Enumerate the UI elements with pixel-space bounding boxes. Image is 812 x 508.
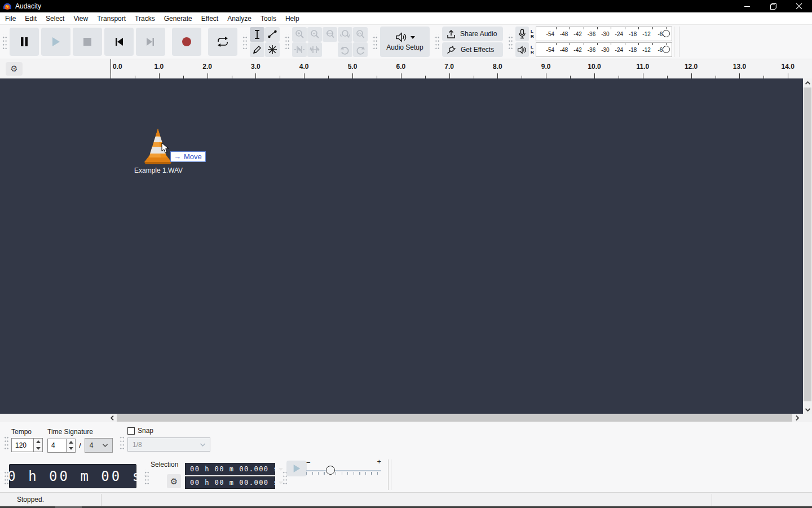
- meter-tick: [638, 27, 639, 29]
- tempo-spinner[interactable]: [34, 438, 43, 452]
- audio-setup-toolbar-grip[interactable]: [372, 34, 377, 49]
- close-button[interactable]: [786, 0, 812, 12]
- share-audio-button[interactable]: Share Audio: [442, 27, 503, 41]
- selection-options-button[interactable]: ⚙: [167, 474, 181, 488]
- meter-scale-label: -24: [615, 47, 623, 53]
- menu-item-generate[interactable]: Generate: [160, 12, 197, 25]
- vertical-scroll-thumb[interactable]: [804, 87, 811, 401]
- silence-audio-button[interactable]: [307, 42, 322, 57]
- meter-tick: [584, 27, 584, 29]
- stop-icon: [82, 37, 92, 47]
- share-toolbar-grip[interactable]: [434, 34, 439, 49]
- menu-item-analyze[interactable]: Analyze: [223, 12, 256, 25]
- time-signature-spinner[interactable]: [67, 439, 76, 453]
- slider-track: [306, 470, 381, 471]
- meter-toolbar-grip[interactable]: [508, 34, 513, 49]
- redo-button[interactable]: [353, 42, 368, 57]
- vertical-scrollbar[interactable]: [803, 78, 812, 414]
- draw-tool-button[interactable]: [250, 42, 264, 57]
- skip-to-end-button[interactable]: [136, 28, 165, 56]
- timeline-options-button[interactable]: ⚙: [6, 62, 23, 76]
- tools-toolbar-grip[interactable]: [242, 34, 247, 49]
- stop-button[interactable]: [73, 28, 102, 56]
- minimize-button[interactable]: [734, 0, 760, 12]
- menu-item-transport[interactable]: Transport: [92, 12, 130, 25]
- time-signature-upper-input[interactable]: 4: [47, 439, 67, 453]
- menu-item-help[interactable]: Help: [281, 12, 304, 25]
- ruler-tick: [691, 73, 692, 78]
- undo-button[interactable]: [338, 42, 352, 57]
- menu-item-effect[interactable]: Effect: [197, 12, 223, 25]
- selection-end-field[interactable]: 00 h 00 m 00.000 s: [185, 476, 275, 489]
- zoom-out-button[interactable]: [307, 27, 322, 42]
- selection-end-value: 00 h 00 m 00.000 s: [190, 479, 279, 487]
- play-speed-slider[interactable]: − +: [310, 458, 381, 479]
- speaker-icon: [517, 46, 527, 54]
- menu-item-file[interactable]: File: [1, 12, 20, 25]
- selection-start-field[interactable]: 00 h 00 m 00.000 s: [185, 463, 275, 475]
- audio-setup-button[interactable]: Audio Setup: [380, 27, 430, 57]
- fit-selection-button[interactable]: [323, 27, 337, 42]
- audio-position-display[interactable]: 00 h 00 m 00 s: [9, 464, 136, 488]
- menu-item-tracks[interactable]: Tracks: [130, 12, 160, 25]
- pause-icon: [19, 37, 29, 47]
- skip-to-start-button[interactable]: [104, 28, 134, 56]
- snap-toolbar-grip[interactable]: [119, 435, 124, 449]
- pause-button[interactable]: [10, 28, 39, 56]
- silence-audio-icon: [309, 45, 320, 55]
- scroll-right-button[interactable]: [792, 414, 802, 422]
- menu-item-edit[interactable]: Edit: [20, 12, 41, 25]
- menu-item-view[interactable]: View: [69, 12, 92, 25]
- meter-scale-label: -48: [560, 47, 568, 53]
- playback-meter-speaker-button[interactable]: [515, 42, 529, 57]
- meter-tick: [570, 27, 570, 29]
- envelope-tool-icon: [267, 29, 277, 40]
- meter-scale-label: -42: [573, 31, 581, 37]
- record-button[interactable]: [172, 28, 201, 56]
- loop-button[interactable]: [208, 28, 237, 56]
- menu-item-select[interactable]: Select: [41, 12, 69, 25]
- snap-checkbox[interactable]: [127, 427, 135, 435]
- menu-item-tools[interactable]: Tools: [256, 12, 281, 25]
- time-signature-lower-select[interactable]: 4: [85, 438, 113, 453]
- multi-tool-button[interactable]: [265, 42, 280, 57]
- meter-scale-label: -18: [629, 47, 637, 53]
- envelope-tool-button[interactable]: [265, 27, 280, 42]
- transport-toolbar-grip[interactable]: [2, 34, 7, 49]
- time-signature-separator: /: [79, 441, 81, 450]
- selection-toolbar-grip[interactable]: [144, 470, 149, 484]
- scroll-left-button[interactable]: [107, 414, 117, 422]
- ruler-label: 3.0: [251, 63, 261, 71]
- edit-toolbar-grip[interactable]: [284, 34, 289, 49]
- get-effects-button[interactable]: Get Effects: [442, 42, 503, 57]
- horizontal-scrollbar[interactable]: [107, 414, 803, 422]
- horizontal-scroll-thumb[interactable]: [117, 414, 792, 422]
- restore-button[interactable]: [760, 0, 786, 12]
- audio-setup-label: Audio Setup: [386, 43, 423, 51]
- play-at-speed-button[interactable]: [286, 461, 307, 476]
- zoom-toggle-button[interactable]: [353, 27, 368, 42]
- timeline-ruler[interactable]: ⚙ 0.01.02.03.04.05.06.07.08.09.010.011.0…: [0, 59, 812, 78]
- playback-meter[interactable]: -54-48-42-36-30-24-18-12-6: [536, 42, 672, 57]
- fit-project-icon: [339, 29, 351, 40]
- edit-toolbar: [292, 27, 368, 57]
- recording-meter-mic-button[interactable]: [515, 27, 529, 41]
- zoom-in-button[interactable]: [292, 27, 307, 42]
- scroll-down-button[interactable]: [803, 405, 812, 414]
- recording-meter[interactable]: -54-48-42-36-30-24-18-12-6: [536, 27, 672, 41]
- move-arrow-icon: →: [174, 152, 181, 161]
- selection-tool-button[interactable]: [250, 27, 264, 42]
- plug-icon: [447, 45, 456, 55]
- snap-interval-select[interactable]: 1/8: [127, 437, 210, 452]
- play-button[interactable]: [41, 28, 70, 56]
- track-canvas[interactable]: Example 1.WAV → Move: [0, 78, 812, 414]
- tempo-input[interactable]: 120: [11, 438, 34, 452]
- ruler-tick: [255, 73, 256, 78]
- trim-audio-button[interactable]: [292, 42, 307, 57]
- time-signature-toolbar-grip[interactable]: [3, 435, 8, 449]
- zoom-out-icon: [310, 29, 320, 40]
- slider-thumb[interactable]: [326, 466, 335, 475]
- ruler-tick: [449, 73, 450, 78]
- scroll-up-button[interactable]: [803, 78, 812, 87]
- fit-project-button[interactable]: [338, 27, 352, 42]
